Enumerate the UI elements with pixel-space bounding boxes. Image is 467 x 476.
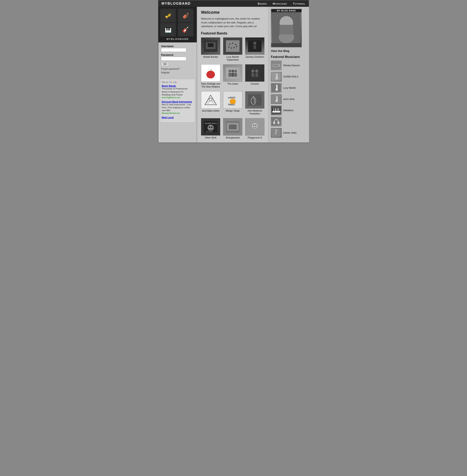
sidebar-links: Forgot password? Register <box>161 67 194 75</box>
svg-point-17 <box>228 70 231 72</box>
logo-grid: 🎺 🎻 🎹 🎸 <box>160 9 195 36</box>
svg-point-24 <box>251 69 254 73</box>
band-thumb-mango[interactable]: mANGOTANGO <box>223 91 242 109</box>
view-blog-link[interactable]: View Our Blog <box>271 49 307 53</box>
svg-rect-72 <box>274 108 275 111</box>
band-item: Zachary Davidson <box>245 37 264 62</box>
musician-thumb-gurba[interactable] <box>271 72 282 81</box>
go-button[interactable]: GO <box>161 62 169 66</box>
blog-image-label: MY BLOG BAND <box>271 9 301 12</box>
ad-title-meet-local[interactable]: Meet Local <box>162 116 194 119</box>
band-name-secondary: secondary colors <box>201 109 220 113</box>
svg-rect-59 <box>273 65 274 66</box>
logo-cell-violin: 🎻 <box>178 9 194 22</box>
svg-rect-21 <box>231 73 234 77</box>
sidebar: 🎺 🎻 🎹 🎸 MyBlogBand Username: Password: G… <box>158 7 197 143</box>
musician-thumb-worm[interactable] <box>271 94 282 104</box>
svg-rect-61 <box>276 65 277 66</box>
musician-thumb-headphone[interactable] <box>271 117 282 126</box>
header: MyBlogBand Bands Musicians Tutorial <box>158 0 309 7</box>
svg-rect-75 <box>279 108 280 111</box>
svg-point-18 <box>231 70 234 72</box>
band-item: Strangewaste <box>223 118 242 139</box>
band-item: Playground of <box>245 118 264 139</box>
band-thumb-playground[interactable] <box>245 118 264 135</box>
svg-rect-23 <box>248 67 261 79</box>
content: Welcome Welcome to myblogband.com, the c… <box>197 7 268 143</box>
svg-point-43 <box>209 126 210 128</box>
band-thumb-ryan[interactable] <box>201 64 220 82</box>
bands-grid: Mobile Bunker Lucy Martier Experiment Za… <box>201 37 264 139</box>
musician-item: GURBA NOLA <box>271 72 307 81</box>
svg-rect-66 <box>276 84 277 86</box>
band-item: mANGOTANGO Mango Tango <box>223 91 242 115</box>
ad-title-music-bands[interactable]: Music Bands <box>162 85 194 87</box>
blog-image: MY BLOG BAND <box>271 9 302 47</box>
musician-thumb-wesley[interactable] <box>271 61 282 70</box>
ads-by-google: Ads by Google <box>162 80 194 83</box>
sidebar-login: Username: Password: GO Forgot password? … <box>158 42 197 77</box>
musician-thumb-felt[interactable] <box>271 106 282 115</box>
username-input[interactable] <box>161 48 186 52</box>
svg-point-35 <box>230 99 236 104</box>
svg-point-4 <box>229 44 230 45</box>
band-thumb-cousins[interactable] <box>245 64 264 82</box>
svg-rect-48 <box>229 124 237 129</box>
svg-rect-71 <box>272 108 273 111</box>
svg-point-12 <box>253 42 256 45</box>
band-thumb-secondary[interactable] <box>201 91 220 109</box>
nav-bands[interactable]: Bands <box>258 2 267 5</box>
ad-title-discount-band[interactable]: Discount Band Instruments <box>162 101 194 103</box>
google-logo: Google <box>169 80 177 83</box>
musician-item: Lucy Martier <box>271 83 307 93</box>
ad-item-discount-band: Discount Band Instruments New & Used Ins… <box>162 101 194 114</box>
band-item: Irish Medieval Fantastico <box>245 91 264 115</box>
svg-rect-60 <box>275 65 276 66</box>
svg-point-52 <box>255 125 256 126</box>
musician-name-worm: worm drive <box>283 98 295 101</box>
band-name-lucy: Lucy Martier Experiment <box>223 56 242 62</box>
band-thumb-zachary[interactable] <box>245 37 264 55</box>
musician-name-wesley: Wesley Dawson <box>283 64 300 67</box>
svg-rect-2 <box>208 43 214 47</box>
band-item: Mobile Bunker <box>201 37 220 62</box>
band-thumb-jukes[interactable] <box>223 64 242 82</box>
register-link[interactable]: Register <box>161 71 194 75</box>
welcome-body: Welcome to myblogband.com, the center fo… <box>201 17 264 28</box>
forgot-password-link[interactable]: Forgot password? <box>161 67 194 71</box>
band-thumb-skull[interactable]: SILVER SKULLBEWARE <box>201 118 220 135</box>
svg-point-7 <box>228 46 229 48</box>
band-thumb-mobile-bunker[interactable] <box>201 37 220 55</box>
svg-rect-68 <box>276 96 277 97</box>
band-item: SILVER SKULLBEWARE Silver Skull <box>201 118 220 139</box>
username-label: Username: <box>161 45 194 48</box>
svg-rect-13 <box>253 45 256 49</box>
main-layout: 🎺 🎻 🎹 🎸 MyBlogBand Username: Password: G… <box>158 7 309 143</box>
svg-point-10 <box>236 46 237 47</box>
svg-rect-78 <box>277 121 279 124</box>
band-name-cousins: Cousins <box>245 82 264 86</box>
nav-tutorial[interactable]: Tutorial <box>293 2 306 5</box>
band-item: Cousins <box>245 64 264 89</box>
svg-rect-79 <box>272 129 281 137</box>
band-thumb-strange[interactable] <box>223 118 242 135</box>
musician-item: Kelven Jinbo <box>271 128 307 138</box>
password-input[interactable] <box>161 57 186 61</box>
ad-body-discount-band: New & Used Instruments - Low Price. Free… <box>162 103 194 112</box>
ads-section: Ads by Google Music Bands Thousands Of P… <box>160 79 195 122</box>
svg-point-25 <box>255 69 258 73</box>
musician-thumb-kelven[interactable] <box>271 128 282 138</box>
nav-musicians[interactable]: Musicians <box>272 2 287 5</box>
musician-thumb-lucy[interactable] <box>271 83 282 93</box>
band-thumb-irish[interactable] <box>245 91 264 109</box>
welcome-section: Welcome Welcome to myblogband.com, the c… <box>201 10 264 28</box>
svg-rect-27 <box>255 73 258 77</box>
svg-rect-62 <box>278 65 278 66</box>
band-thumb-lucy[interactable] <box>223 37 242 55</box>
band-name-irish: Irish Medieval Fantastico <box>245 109 264 115</box>
welcome-title: Welcome <box>201 10 264 15</box>
svg-rect-74 <box>277 108 278 111</box>
band-name-mobile-bunker: Mobile Bunker <box>201 56 220 59</box>
svg-text:TANGO: TANGO <box>228 104 235 106</box>
svg-point-39 <box>252 96 254 98</box>
